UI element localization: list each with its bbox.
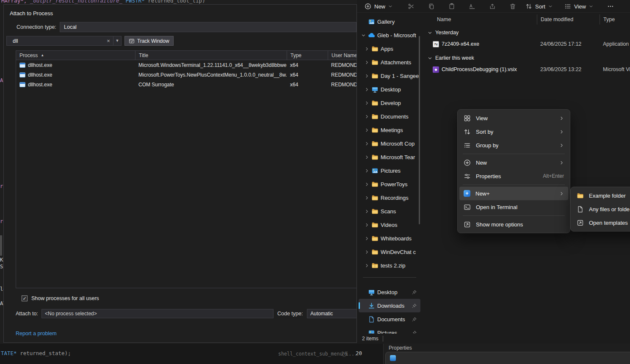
nav-item-recordings[interactable]: Recordings — [359, 191, 420, 204]
sort-icon — [525, 3, 532, 10]
menu-item-new-plus[interactable]: New+ — [459, 187, 568, 200]
file-row[interactable]: 7z2409-x64.exe 24/06/2025 17:12 Applicat… — [423, 38, 630, 50]
nav-item-microsoft-cop[interactable]: Microsoft Cop — [359, 137, 420, 150]
sort-button[interactable]: Sort — [525, 1, 553, 11]
attach-to-process-dialog: Attach to Process Connection type: Local… — [3, 4, 357, 343]
chevron-right-icon[interactable] — [365, 182, 369, 187]
chevron-right-icon[interactable] — [365, 196, 369, 200]
filter-dropdown-icon[interactable] — [113, 36, 121, 45]
nav-item-whiteboards[interactable]: Whiteboards — [359, 232, 420, 245]
chevron-right-icon[interactable] — [365, 60, 369, 65]
cut-icon[interactable] — [408, 3, 414, 10]
editor-top-strip: MArray*, _outptr_result_nullonfailure_ P… — [0, 0, 357, 4]
track-window-icon — [129, 38, 135, 44]
rename-icon[interactable] — [469, 3, 475, 10]
folder-properties-icon — [390, 355, 396, 361]
menu-item-view[interactable]: View — [459, 111, 568, 125]
nav-item-microsoft-tear[interactable]: Microsoft Tear — [359, 150, 420, 164]
code-type-select[interactable]: Automatic — [307, 309, 357, 318]
folder-icon — [371, 235, 379, 242]
chevron-right-icon[interactable] — [365, 236, 369, 241]
chevron-right-icon[interactable] — [365, 47, 369, 51]
group-header-earlier-this-week[interactable]: Earlier this week — [423, 52, 630, 63]
nav-item-powertoys[interactable]: PowerToys — [359, 177, 420, 191]
nav-scrollbar[interactable] — [419, 36, 420, 224]
nav-item-windevchat[interactable]: WinDevChat c — [359, 245, 420, 259]
process-row[interactable]: dllhost.exe Microsoft.PowerToys.NewPlusC… — [16, 70, 357, 80]
chevron-right-icon[interactable] — [365, 114, 369, 119]
copy-icon[interactable] — [428, 3, 435, 10]
nav-item-gallery[interactable]: Gallery — [359, 15, 420, 28]
chevron-right-icon[interactable] — [365, 87, 369, 92]
chevron-right-icon[interactable] — [365, 128, 369, 132]
chevron-right-icon — [559, 191, 564, 196]
paste-icon[interactable] — [448, 3, 455, 10]
chevron-right-icon[interactable] — [365, 168, 369, 173]
folder-icon — [371, 113, 379, 120]
nav-item-tests-zip[interactable]: tests 2.zip — [359, 259, 420, 272]
menu-item-group-by[interactable]: Group by — [459, 138, 568, 152]
pinned-item-desktop[interactable]: Desktop — [359, 285, 420, 299]
submenu-item-open-templates[interactable]: Open templates — [572, 216, 630, 229]
column-type[interactable]: Type — [287, 51, 328, 60]
nav-item-desktop[interactable]: Desktop — [359, 83, 420, 96]
pinned-item-downloads[interactable]: Downloads — [359, 299, 420, 312]
folder-icon — [371, 99, 379, 107]
process-table-header: Process Title Type User Name — [16, 51, 357, 60]
chevron-right-icon[interactable] — [365, 223, 369, 227]
submenu-item-example-folder[interactable]: Example folder — [572, 189, 630, 202]
chevron-right-icon[interactable] — [365, 250, 369, 254]
column-date-modified[interactable]: Date modified — [537, 14, 600, 25]
group-by-icon — [464, 142, 471, 149]
chevron-right-icon[interactable] — [365, 101, 369, 105]
chevron-right-icon[interactable] — [365, 155, 369, 160]
nav-item-pictures[interactable]: Pictures — [359, 164, 420, 177]
delete-icon[interactable] — [509, 3, 516, 10]
chevron-down-icon — [388, 4, 392, 8]
process-filter-input[interactable]: dll — [6, 36, 122, 46]
nav-item-develop[interactable]: Develop — [359, 96, 420, 110]
column-name[interactable]: Name — [437, 14, 537, 25]
chevron-right-icon[interactable] — [365, 263, 369, 268]
menu-item-new[interactable]: New — [459, 156, 568, 169]
view-button[interactable]: View — [564, 1, 593, 11]
nav-item-day1-sangee[interactable]: Day 1 - Sangee — [359, 69, 420, 83]
menu-item-properties[interactable]: Properties Alt+Enter — [459, 169, 568, 183]
new-button[interactable]: New — [361, 1, 396, 11]
file-row[interactable]: ChildProcessDebugging (1).vsix 23/06/202… — [423, 63, 630, 75]
column-user-name[interactable]: User Name — [328, 51, 357, 60]
menu-item-open-in-terminal[interactable]: Open in Terminal — [459, 200, 568, 214]
show-all-users-checkbox[interactable] — [22, 295, 28, 301]
process-row[interactable]: dllhost.exe Microsoft.WindowsTerminal_1.… — [16, 60, 357, 70]
chevron-down-icon[interactable] — [361, 33, 366, 38]
process-row[interactable]: dllhost.exe COM Surrogate x64 REDMOND — [16, 80, 357, 89]
chevron-right-icon — [559, 160, 564, 165]
menu-item-sort-by[interactable]: Sort by — [459, 125, 568, 138]
nav-item-scans[interactable]: Scans — [359, 204, 420, 218]
menu-item-show-more-options[interactable]: Show more options — [459, 218, 568, 231]
nav-item-documents[interactable]: Documents — [359, 110, 420, 123]
nav-item-apps[interactable]: Apps — [359, 42, 420, 55]
chevron-right-icon[interactable] — [365, 209, 369, 214]
nav-item-attachments[interactable]: Attachments — [359, 55, 420, 69]
report-problem-link[interactable]: Report a problem — [16, 331, 57, 336]
column-type[interactable]: Type — [600, 14, 630, 25]
group-header-yesterday[interactable]: Yesterday — [423, 27, 630, 38]
nav-item-onedrive-gleb[interactable]: Gleb - Microsoft — [359, 28, 420, 42]
nav-item-meetings[interactable]: Meetings — [359, 123, 420, 137]
submenu-item-any-files[interactable]: Any files or folde — [572, 202, 630, 216]
clear-filter-icon[interactable] — [104, 38, 113, 44]
pinned-item-documents[interactable]: Documents — [359, 312, 420, 326]
column-title[interactable]: Title — [135, 51, 287, 60]
chevron-right-icon[interactable] — [365, 74, 369, 78]
track-window-button[interactable]: Track Window — [124, 36, 174, 46]
attach-to-field[interactable]: <No process selected> — [41, 309, 274, 318]
connection-type-select[interactable]: Local — [60, 22, 356, 32]
chevron-right-icon[interactable] — [365, 141, 369, 146]
column-process[interactable]: Process — [16, 51, 135, 60]
more-options-icon[interactable] — [607, 3, 614, 10]
col-number: 20 — [356, 350, 362, 356]
nav-item-videos[interactable]: Videos — [359, 218, 420, 232]
editor-scrollbar[interactable] — [0, 235, 2, 256]
share-icon[interactable] — [489, 3, 496, 10]
